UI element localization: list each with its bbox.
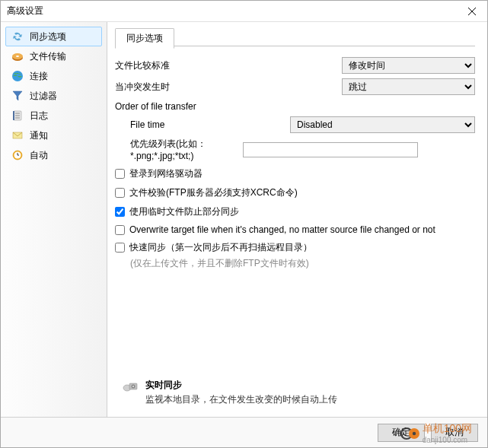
sidebar-item-log[interactable]: 日志: [5, 106, 102, 126]
sync-icon: [11, 30, 24, 43]
sidebar-item-label: 连接: [30, 70, 48, 83]
priority-label: 优先级列表(比如：*.png;*.jpg;*txt;): [130, 138, 237, 161]
drive-icon: [11, 50, 24, 62]
cancel-button[interactable]: 取消: [431, 424, 478, 442]
conflict-select[interactable]: 跳过: [342, 78, 475, 95]
svg-point-4: [16, 56, 19, 57]
footer: 确定 取消: [1, 417, 487, 447]
sidebar-item-label: 通知: [30, 129, 48, 142]
overwrite-label[interactable]: Overwrite target file when it's changed,…: [129, 224, 435, 235]
close-icon: [468, 8, 476, 15]
fastsync-label[interactable]: 快速同步（第一次同步后不再扫描远程目录）: [129, 241, 312, 254]
sidebar-item-label: 日志: [30, 110, 48, 122]
sidebar-item-filter[interactable]: 过滤器: [5, 86, 102, 106]
sidebar-item-file-transfer[interactable]: 文件传输: [5, 46, 102, 66]
svg-point-19: [132, 386, 134, 387]
verify-label[interactable]: 文件校验(FTP服务器必须支持XCRC命令): [129, 186, 298, 199]
overwrite-checkbox[interactable]: [115, 225, 125, 235]
tempfile-label[interactable]: 使用临时文件防止部分同步: [129, 205, 239, 218]
compare-select[interactable]: 修改时间: [342, 57, 475, 74]
compare-label: 文件比较标准: [115, 59, 336, 72]
filetime-label: File time: [130, 119, 284, 130]
conflict-label: 当冲突发生时: [115, 81, 336, 94]
camera-icon: [123, 379, 139, 392]
verify-checkbox[interactable]: [115, 188, 125, 198]
sidebar-item-label: 自动: [30, 149, 48, 162]
tab-bar: 同步选项: [115, 28, 475, 46]
fastsync-checkbox[interactable]: [115, 243, 125, 253]
funnel-icon: [11, 90, 24, 102]
netdrive-label[interactable]: 登录到网络驱动器: [129, 167, 203, 180]
clock-icon: [11, 149, 24, 161]
tempfile-checkbox[interactable]: [115, 207, 125, 217]
sidebar-item-notify[interactable]: 通知: [5, 126, 102, 145]
titlebar: 高级设置: [1, 1, 487, 22]
order-title: Order of file transfer: [115, 101, 475, 112]
sidebar-item-label: 过滤器: [30, 90, 57, 103]
realtime-section: 实时同步 监视本地目录，在文件发生改变的时候自动上传: [123, 379, 337, 406]
tab-sync-options[interactable]: 同步选项: [115, 28, 174, 49]
sidebar-item-auto[interactable]: 自动: [5, 145, 102, 165]
svg-rect-10: [13, 111, 14, 120]
sidebar-item-label: 同步选项: [30, 30, 66, 43]
fastsync-subtext: (仅在上传文件，并且不删除FTP文件时有效): [130, 257, 475, 270]
close-button[interactable]: [457, 1, 487, 22]
notebook-icon: [11, 110, 24, 122]
sidebar-item-sync-options[interactable]: 同步选项: [5, 27, 102, 46]
ok-button[interactable]: 确定: [378, 424, 425, 442]
sidebar-item-label: 文件传输: [30, 50, 66, 63]
window-title: 高级设置: [7, 5, 457, 17]
filetime-select[interactable]: Disabled: [290, 116, 475, 133]
envelope-icon: [11, 129, 24, 141]
netdrive-checkbox[interactable]: [115, 169, 125, 179]
globe-icon: [11, 70, 24, 82]
content-panel: 同步选项 文件比较标准 修改时间 当冲突发生时 跳过 Order of file…: [107, 22, 487, 417]
realtime-desc: 监视本地目录，在文件发生改变的时候自动上传: [145, 393, 337, 406]
realtime-title: 实时同步: [145, 380, 182, 390]
sidebar-item-connection[interactable]: 连接: [5, 66, 102, 86]
priority-input[interactable]: [243, 142, 418, 157]
sidebar: 同步选项 文件传输 连接 过滤器 日志 通知 自动: [1, 22, 107, 417]
